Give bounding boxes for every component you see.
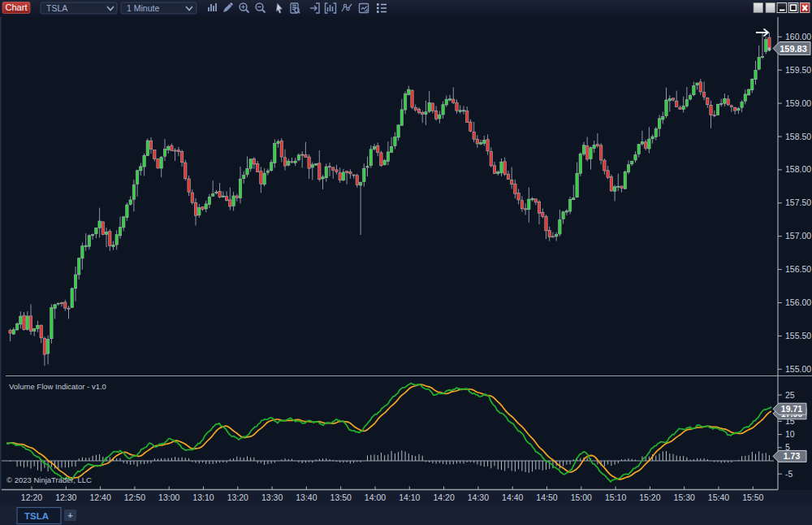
- svg-text:158.00: 158.00: [785, 164, 811, 174]
- svg-text:TSLA: TSLA: [24, 511, 49, 521]
- svg-text:Volume Flow Indicator - v1.0: Volume Flow Indicator - v1.0: [9, 382, 106, 391]
- svg-text:14:50: 14:50: [536, 492, 557, 502]
- svg-text:14:00: 14:00: [365, 492, 386, 502]
- svg-text:+: +: [67, 510, 72, 520]
- svg-text:155.00: 155.00: [785, 364, 811, 374]
- svg-text:13:30: 13:30: [261, 492, 283, 502]
- svg-text:19.71: 19.71: [781, 404, 802, 414]
- svg-text:160.00: 160.00: [785, 32, 811, 41]
- svg-text:Chart: Chart: [6, 2, 28, 12]
- svg-text:155.50: 155.50: [785, 331, 811, 341]
- svg-text:1 Minute: 1 Minute: [127, 3, 159, 13]
- svg-text:156.50: 156.50: [785, 264, 811, 274]
- svg-text:14:40: 14:40: [502, 492, 523, 502]
- svg-text:14:20: 14:20: [433, 492, 454, 502]
- svg-text:157.50: 157.50: [785, 197, 811, 207]
- svg-text:159.83: 159.83: [780, 44, 807, 54]
- svg-text:14:30: 14:30: [468, 492, 489, 502]
- svg-text:15:10: 15:10: [605, 492, 626, 502]
- svg-text:12:30: 12:30: [55, 492, 76, 502]
- svg-text:12:20: 12:20: [21, 492, 42, 502]
- svg-text:TSLA: TSLA: [46, 3, 67, 13]
- svg-text:10: 10: [785, 429, 795, 439]
- svg-text:15:00: 15:00: [571, 492, 592, 502]
- svg-text:14:10: 14:10: [399, 492, 420, 502]
- svg-text:-5: -5: [785, 469, 793, 479]
- svg-text:158.50: 158.50: [785, 132, 811, 141]
- svg-text:15:30: 15:30: [674, 492, 695, 502]
- svg-text:15:50: 15:50: [742, 492, 763, 502]
- svg-text:15:40: 15:40: [708, 492, 729, 502]
- svg-text:159.00: 159.00: [785, 98, 811, 108]
- svg-text:13:40: 13:40: [296, 492, 317, 502]
- svg-text:159.50: 159.50: [785, 65, 811, 75]
- svg-text:156.00: 156.00: [785, 297, 811, 307]
- svg-text:12:40: 12:40: [89, 492, 110, 502]
- svg-text:12:50: 12:50: [124, 492, 145, 502]
- svg-text:13:10: 13:10: [192, 492, 214, 502]
- svg-text:25: 25: [785, 390, 795, 400]
- svg-text:157.00: 157.00: [785, 231, 811, 241]
- svg-text:1.73: 1.73: [784, 451, 801, 461]
- svg-text:© 2023 NinjaTrader, LLC: © 2023 NinjaTrader, LLC: [6, 475, 92, 484]
- svg-text:15:20: 15:20: [639, 492, 660, 502]
- svg-text:13:00: 13:00: [158, 492, 179, 502]
- svg-text:13:50: 13:50: [330, 492, 352, 502]
- svg-text:13:20: 13:20: [227, 492, 248, 502]
